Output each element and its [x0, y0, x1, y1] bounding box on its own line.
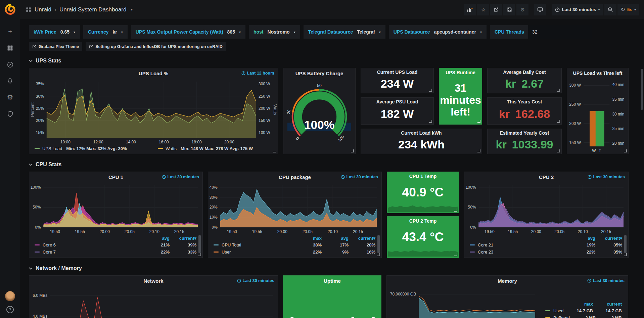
section-ups-stats[interactable]: UPS Stats [29, 56, 631, 65]
zoom-out-button[interactable] [604, 4, 616, 15]
panel-ups-runtime: UPS Runtime 31 minutes left! [439, 68, 482, 125]
clock-icon [162, 175, 166, 179]
svg-text:T: T [599, 148, 601, 153]
page-scrollbar[interactable] [641, 69, 643, 110]
time-range-picker[interactable]: Last 30 minutes ▾ [552, 4, 603, 15]
variable-currency[interactable]: Currency kr ▾ [83, 25, 128, 39]
explore-compass-icon[interactable] [3, 58, 17, 71]
cpu1-temp-sparkline [388, 202, 458, 212]
refresh-interval-label: 5s [627, 7, 632, 12]
add-panel-button[interactable] [464, 4, 476, 15]
cpu2-legend[interactable]: avgcurrent▾Core 2119%35%Core 2322%35% [464, 235, 628, 258]
time-override-badge: Last 30 minutes [588, 172, 625, 182]
page-title[interactable]: Unraid System Dashboard [59, 6, 126, 13]
section-cpu-stats[interactable]: CPU Stats [29, 160, 631, 169]
chevron-down-icon [29, 60, 33, 62]
legend-scrollbar[interactable] [624, 235, 627, 253]
svg-text:15%: 15% [36, 130, 44, 135]
stat-value: 43.4 °C [387, 225, 459, 249]
time-override-badge: Last 30 minutes [587, 276, 625, 286]
chevron-down-icon: ▾ [121, 30, 123, 34]
tv-cycle-button[interactable] [534, 4, 546, 15]
svg-text:19:55: 19:55 [252, 229, 262, 234]
admin-shield-icon[interactable] [3, 107, 17, 121]
help-icon[interactable]: ? [6, 306, 14, 313]
breadcrumb-app[interactable]: Unraid [35, 6, 51, 13]
refresh-button[interactable]: ↻ 5s ▾ [617, 4, 639, 15]
cpu2-chart[interactable]: 100%50%0%19:5019:5520:0020:0520:1020:15 [464, 182, 628, 235]
svg-text:20:15: 20:15 [353, 229, 363, 234]
chevron-down-icon: ▾ [239, 30, 241, 34]
svg-text:50: 50 [317, 83, 322, 88]
cpu-package-chart[interactable]: 40%30%20%10%0%19:5019:5520:0020:0520:102… [208, 182, 381, 235]
cpu-package-legend[interactable]: maxavgcurrent▾CPU Total38%17%28%User22%9… [208, 235, 381, 258]
svg-text:25%: 25% [36, 106, 44, 111]
svg-text:40 min: 40 min [612, 82, 624, 87]
stat-value: kr1033.99 [488, 136, 561, 152]
svg-text:19:55: 19:55 [508, 229, 518, 234]
panel-title[interactable]: UPS Battery Charge [295, 71, 343, 76]
svg-text:50%: 50% [33, 205, 41, 210]
svg-text:12:00: 12:00 [93, 140, 103, 144]
svg-text:20:00: 20:00 [531, 229, 541, 234]
memory-legend[interactable]: maxcurrentUsed14.7 GB14.7 GBBuffered3 MB… [540, 286, 628, 318]
svg-text:30%: 30% [36, 94, 44, 99]
variable-kwh-price[interactable]: kWh Price 0.65 ▾ [29, 25, 80, 39]
cpu1-chart[interactable]: 100%50%0%19:5019:5520:0020:0520:1020:15 [29, 182, 202, 235]
clock-icon [587, 279, 591, 283]
svg-text:10%: 10% [210, 215, 218, 220]
svg-text:20:15: 20:15 [601, 229, 611, 234]
time-override-badge: Last 30 minutes [341, 172, 378, 182]
external-link-icon [32, 45, 36, 49]
cpu-threads-input[interactable]: 32 [528, 25, 592, 39]
dashboard-link-ups-guide[interactable]: Setting up Grafana and InfluxDB for UPS … [86, 42, 226, 51]
chevron-down-icon [29, 267, 33, 270]
dashboards-icon[interactable] [3, 41, 17, 55]
svg-text:4.0 MBs: 4.0 MBs [33, 314, 47, 318]
variable-ups-datasource[interactable]: UPS Datasource apcupsd-container ▾ [389, 25, 487, 39]
variable-host[interactable]: host Nostromo ▾ [249, 25, 300, 39]
section-network-memory[interactable]: Network / Memory [29, 264, 631, 273]
memory-chart[interactable]: 70.000000 GB60.000000 GB50.000000 GB [387, 286, 540, 318]
ups-stats-row: UPS Load % Last 12 hours 35%30%25%20%15%… [29, 68, 631, 154]
panel-this-years-cost: This Years Cost kr162.68 [487, 97, 562, 125]
network-chart[interactable]: 6.0 MBs4.0 MBs2.0 MBs [29, 286, 278, 318]
ups-load-chart[interactable]: 35%30%25%20%15%300 W250 W200 W150 W100 W… [29, 78, 278, 145]
user-avatar[interactable] [5, 291, 15, 301]
svg-text:50%: 50% [468, 205, 476, 210]
legend-scrollbar[interactable] [377, 235, 380, 253]
share-button[interactable] [490, 4, 502, 15]
dashboard-link-plex-theme[interactable]: Grafana Plex Theme [29, 42, 82, 51]
cpu1-legend[interactable]: avgcurrent▾Core 621%39%Core 722%33% [29, 235, 202, 258]
panel-title[interactable]: UPS Load % [139, 71, 168, 76]
chevron-down-icon[interactable]: ▾ [131, 7, 133, 12]
panel-uptime: Uptime 1 month 1 [283, 275, 381, 318]
variable-ups-max-output[interactable]: UPS Max Output Power Capacity (Watt) 865… [131, 25, 245, 39]
svg-text:20:05: 20:05 [125, 229, 135, 234]
battery-gauge[interactable]: 02050100100% [283, 78, 355, 154]
ups-load-legend[interactable]: UPS LoadMin: 17% Max: 32% Avg: 20%WattsM… [29, 145, 278, 154]
grafana-logo-icon[interactable] [4, 3, 16, 16]
svg-text:300 W: 300 W [259, 82, 270, 86]
svg-text:200 W: 200 W [259, 106, 270, 111]
stat-value: 234 W [361, 76, 433, 92]
panel-cpu1: CPU 1 Last 30 minutes 100%50%0%19:5019:5… [29, 172, 203, 258]
configuration-gear-icon[interactable]: ⚙ [3, 91, 17, 104]
ups-vs-time-bar-chart[interactable]: 300 W250 W200 W150 W40 min35 min30 min25… [567, 78, 628, 154]
dashboard-content: kWh Price 0.65 ▾ Currency kr ▾ UPS Max O… [20, 19, 644, 318]
svg-text:100%: 100% [31, 185, 41, 190]
panel-current-ups-load: Current UPS Load 234 W [361, 68, 434, 93]
svg-text:20:00: 20:00 [100, 229, 110, 234]
variable-telegraf-datasource[interactable]: Telegraf Datasource Telegraf ▾ [304, 25, 385, 39]
save-button[interactable] [503, 4, 515, 15]
star-button[interactable]: ☆ [477, 4, 489, 15]
svg-text:19:50: 19:50 [485, 229, 495, 234]
svg-text:W: W [592, 148, 596, 153]
alerting-bell-icon[interactable] [3, 74, 17, 88]
svg-text:19:50: 19:50 [227, 229, 237, 234]
create-plus-icon[interactable]: + [3, 25, 17, 38]
dashboard-settings-button[interactable]: ⚙ [516, 4, 528, 15]
svg-text:14:00: 14:00 [126, 140, 136, 144]
legend-scrollbar[interactable] [198, 235, 201, 253]
time-override-badge: Last 12 hours [241, 68, 274, 78]
